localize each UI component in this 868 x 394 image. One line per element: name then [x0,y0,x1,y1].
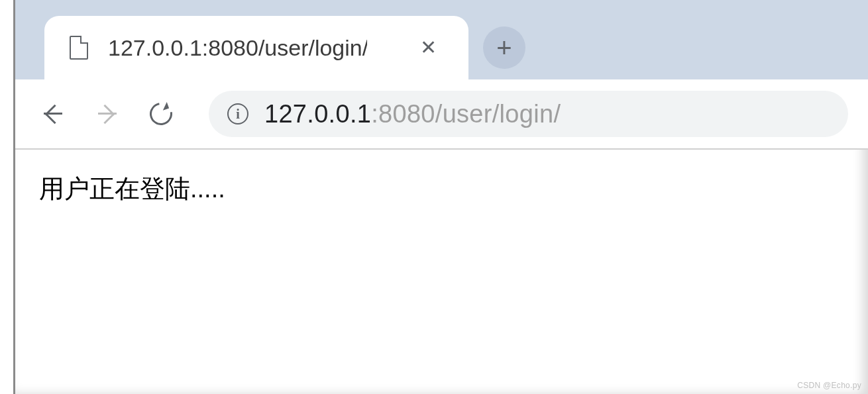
address-bar[interactable]: i 127.0.0.1:8080/user/login/ [209,91,848,137]
browser-tab[interactable]: 127.0.0.1:8080/user/login/ ✕ [44,16,468,79]
info-icon[interactable]: i [227,103,248,124]
forward-button[interactable] [89,97,124,131]
page-body-text: 用户正在登陆..... [39,172,844,206]
file-icon [70,36,88,60]
url-host: 127.0.0.1 [264,100,371,128]
page-content: 用户正在登陆..... [15,150,868,228]
reload-icon [145,98,176,129]
url-path: :8080/user/login/ [371,100,561,128]
reload-button[interactable] [144,97,178,131]
tab-title: 127.0.0.1:8080/user/login/ [108,35,367,61]
close-tab-button[interactable]: ✕ [413,34,443,62]
arrow-left-icon [41,103,64,125]
url-text: 127.0.0.1:8080/user/login/ [264,100,561,128]
back-button[interactable] [35,97,70,131]
toolbar: i 127.0.0.1:8080/user/login/ [15,79,868,150]
arrow-right-icon [95,103,118,125]
browser-window: 127.0.0.1:8080/user/login/ ✕ + i 127.0.0… [13,0,868,394]
watermark: CSDN @Echo.py [797,381,861,390]
tab-strip: 127.0.0.1:8080/user/login/ ✕ + [15,0,868,79]
new-tab-button[interactable]: + [483,26,525,69]
